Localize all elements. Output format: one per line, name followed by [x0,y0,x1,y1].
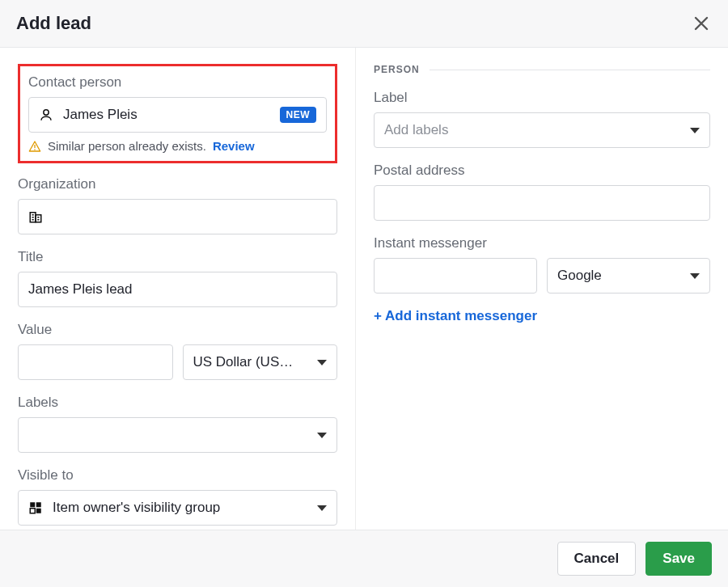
person-label-text: Add labels [384,122,448,138]
chevron-down-icon [690,128,700,133]
dialog-body: Contact person James Pleis NEW Similar p… [0,48,728,530]
left-column: Contact person James Pleis NEW Similar p… [0,48,356,530]
visible-select[interactable]: Item owner's visibility group [18,490,337,526]
svg-rect-13 [36,509,41,513]
dialog-title: Add lead [16,13,91,34]
im-input[interactable] [374,258,537,294]
person-label-select[interactable]: Add labels [374,112,710,148]
visible-value: Item owner's visibility group [53,500,220,516]
right-column: PERSON Label Add labels Postal address I… [356,48,728,530]
save-button[interactable]: Save [645,542,712,576]
add-im-link[interactable]: + Add instant messenger [374,308,537,324]
person-label-label: Label [374,90,710,106]
warning-icon [28,140,41,153]
visible-label: Visible to [18,467,337,484]
title-input[interactable]: James Pleis lead [18,272,337,307]
close-icon [694,16,709,31]
chevron-down-icon [690,273,700,279]
warning-row: Similar person already exists. Review [28,139,327,153]
svg-rect-10 [30,502,35,507]
value-amount-input[interactable] [18,344,173,380]
im-provider-select[interactable]: Google [547,258,710,294]
person-section-title: PERSON [374,64,420,75]
value-currency-text: US Dollar (US… [193,354,294,370]
title-label: Title [18,249,337,265]
svg-rect-4 [36,215,41,222]
building-icon [28,209,43,224]
im-provider-text: Google [557,268,602,284]
contact-value: James Pleis [63,107,138,123]
value-currency-select[interactable]: US Dollar (US… [183,344,338,380]
chevron-down-icon [317,360,327,365]
visibility-group-icon [28,500,43,515]
new-badge: NEW [280,107,317,123]
chevron-down-icon [317,433,327,438]
review-link[interactable]: Review [213,139,255,153]
person-section-header: PERSON [374,64,710,75]
chevron-down-icon [317,505,327,511]
value-label: Value [18,322,337,338]
contact-input[interactable]: James Pleis NEW [28,97,327,133]
postal-label: Postal address [374,163,710,179]
svg-rect-11 [36,502,41,507]
dialog-footer: Cancel Save [0,530,728,587]
organization-label: Organization [18,176,337,192]
labels-label: Labels [18,395,337,411]
contact-label: Contact person [28,73,327,91]
cancel-button[interactable]: Cancel [557,542,637,576]
contact-highlight: Contact person James Pleis NEW Similar p… [18,64,337,163]
title-value: James Pleis lead [28,281,133,298]
warning-text: Similar person already exists. [48,139,206,153]
organization-input[interactable] [18,199,337,234]
labels-select[interactable] [18,417,337,453]
svg-point-2 [34,149,36,150]
divider [430,70,710,70]
close-button[interactable] [691,13,712,34]
dialog-header: Add lead [0,0,728,48]
svg-rect-12 [30,509,35,513]
svg-point-0 [44,110,49,115]
postal-input[interactable] [374,185,710,221]
im-label: Instant messenger [374,235,710,251]
person-icon [39,108,53,122]
